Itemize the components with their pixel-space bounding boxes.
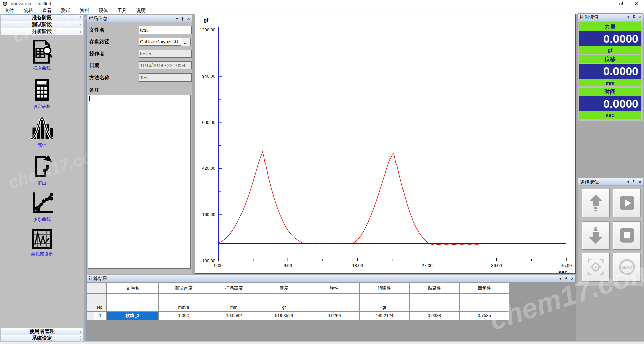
- close-icon[interactable]: ×: [638, 15, 641, 20]
- col-header: 测试速度: [159, 283, 209, 293]
- sidebar: 准备阶段 测试阶段 分析阶段 插入曲线 8: [0, 14, 84, 341]
- value-cell[interactable]: 516.3529: [259, 312, 309, 320]
- app-icon: [3, 1, 7, 6]
- browse-button[interactable]: ...: [181, 38, 191, 46]
- sidebar-tab-prepare[interactable]: 准备阶段: [1, 14, 83, 21]
- run-button[interactable]: [613, 189, 641, 217]
- sample-info-titlebar: 样品信息 ▾ ×: [87, 15, 192, 22]
- minimize-icon[interactable]: −: [598, 0, 613, 7]
- close-icon[interactable]: ×: [638, 179, 641, 184]
- panel-title: 计算结果: [89, 276, 107, 282]
- svg-text:1200.00: 1200.00: [200, 27, 215, 32]
- zero-button-label: ZERO: [622, 265, 633, 269]
- unit-cell: gf: [360, 303, 409, 311]
- file-name-input[interactable]: test: [139, 26, 192, 34]
- position-button[interactable]: [582, 253, 609, 281]
- col-header: 硬度: [259, 283, 309, 293]
- col-header-no: [94, 283, 106, 293]
- col-header: 咀嚼性: [360, 283, 409, 293]
- svg-text:940.00: 940.00: [202, 73, 215, 79]
- menu-hardware[interactable]: 硬体: [94, 7, 113, 14]
- unit-cell: [410, 303, 459, 311]
- pin-icon[interactable]: [632, 180, 635, 184]
- grip-dots-icon: [80, 330, 81, 333]
- tool-export[interactable]: 汇出: [0, 154, 84, 186]
- application-window: Innovation - Untitled − × 文件 编辑 查看 测试 资料…: [0, 0, 644, 344]
- restore-icon[interactable]: [613, 0, 629, 7]
- force-label: 力量: [579, 22, 641, 31]
- row-number-cell[interactable]: 1: [94, 312, 106, 320]
- value-cell[interactable]: 0.7585: [460, 312, 509, 320]
- tool-chart-settings[interactable]: 曲线图设定: [0, 228, 84, 257]
- readout-titlebar: 即时读值 ▾ ×: [578, 14, 643, 21]
- menu-data[interactable]: 资料: [75, 7, 94, 14]
- text-caret: [89, 96, 90, 101]
- window-title: Innovation - Untitled: [9, 1, 51, 6]
- field-label: 文件名: [89, 27, 104, 33]
- sidebar-tab-user-management[interactable]: 使用者管理: [1, 328, 83, 335]
- tool-label: 多条曲线: [33, 216, 51, 223]
- method-name-input: Test: [139, 73, 192, 82]
- tool-insert-curve[interactable]: 插入曲线: [0, 39, 84, 71]
- sidebar-tab-test[interactable]: 测试阶段: [1, 21, 83, 28]
- collapse-icon[interactable]: ▾: [176, 16, 178, 21]
- close-icon[interactable]: ×: [629, 0, 644, 7]
- collapse-icon[interactable]: ▾: [559, 276, 562, 281]
- value-cell[interactable]: 0.9266: [309, 312, 359, 320]
- jog-down-button[interactable]: [582, 221, 609, 249]
- tool-label: 设定表格: [33, 104, 51, 110]
- tool-statistics[interactable]: 统计: [0, 115, 84, 148]
- tool-table-setup[interactable]: 8 设定表格: [0, 77, 84, 110]
- save-path-input[interactable]: C:\Users\aiyaziji\D: [139, 38, 182, 46]
- tool-multi-curve[interactable]: 多条曲线: [0, 190, 84, 223]
- menu-test[interactable]: 测试: [56, 7, 75, 14]
- menu-help[interactable]: 说明: [131, 7, 150, 14]
- panel-title: 即时读值: [580, 14, 599, 20]
- pin-icon[interactable]: [565, 277, 568, 281]
- col-header: 文件名: [107, 283, 158, 293]
- collapse-icon[interactable]: ▾: [627, 15, 630, 19]
- realtime-readout-panel: 即时读值 ▾ × 力量 0.0000 gf 位移 0.0000 mm 时间 0.…: [578, 13, 643, 121]
- field-label: 日期: [89, 62, 99, 69]
- force-time-chart: 1200.00940.00680.00420.00160.00-100.000.…: [195, 14, 576, 274]
- value-cell[interactable]: 449.2124: [360, 312, 409, 320]
- panel-title: 样品信息: [89, 16, 107, 22]
- file-name-cell[interactable]: 软糖_2: [107, 312, 158, 320]
- pin-icon[interactable]: [181, 17, 184, 21]
- collapse-icon[interactable]: ▾: [627, 180, 630, 184]
- unit-cell: mm: [209, 303, 259, 311]
- status-bar: [0, 341, 644, 344]
- svg-text:420.00: 420.00: [202, 166, 215, 171]
- sidebar-tab-system-settings[interactable]: 系统设定: [1, 335, 83, 342]
- target-icon: [586, 257, 605, 277]
- value-cell[interactable]: 19.0582: [209, 312, 259, 320]
- svg-text:9.00: 9.00: [284, 263, 292, 268]
- pin-icon[interactable]: [632, 15, 635, 19]
- stop-button[interactable]: [613, 221, 641, 249]
- menu-edit[interactable]: 编辑: [19, 7, 38, 14]
- grip-dots-icon: [80, 23, 81, 27]
- svg-text:36.00: 36.00: [491, 263, 502, 268]
- table-cell-empty: [309, 294, 359, 303]
- unit-cell: [309, 303, 359, 311]
- displacement-unit: mm: [579, 79, 641, 86]
- value-cell[interactable]: 1.000: [159, 312, 209, 320]
- close-icon[interactable]: ×: [571, 276, 574, 281]
- sidebar-tab-analysis[interactable]: 分析阶段: [1, 28, 83, 35]
- chart-canvas: 1200.00940.00680.00420.00160.00-100.000.…: [195, 14, 575, 273]
- value-cell[interactable]: 0.9388: [410, 312, 459, 320]
- jog-up-button[interactable]: [582, 189, 609, 217]
- table-setup-icon: 8: [29, 77, 55, 103]
- menu-file[interactable]: 文件: [0, 7, 19, 14]
- close-icon[interactable]: ×: [187, 16, 190, 21]
- displacement-value: 0.0000: [579, 64, 641, 79]
- tool-label: 插入曲线: [33, 65, 51, 71]
- menu-tools[interactable]: 工具: [113, 7, 131, 14]
- stop-icon: [617, 226, 637, 245]
- field-label: 操作者: [89, 51, 104, 57]
- menu-view[interactable]: 查看: [38, 7, 56, 14]
- remark-textarea[interactable]: [88, 95, 191, 269]
- table-cell-empty: [107, 294, 158, 303]
- zero-button[interactable]: ZERO: [613, 253, 641, 281]
- sample-info-body: 文件名 test 存盘路径 C:\Users\aiyaziji\D ... 操作…: [87, 22, 192, 274]
